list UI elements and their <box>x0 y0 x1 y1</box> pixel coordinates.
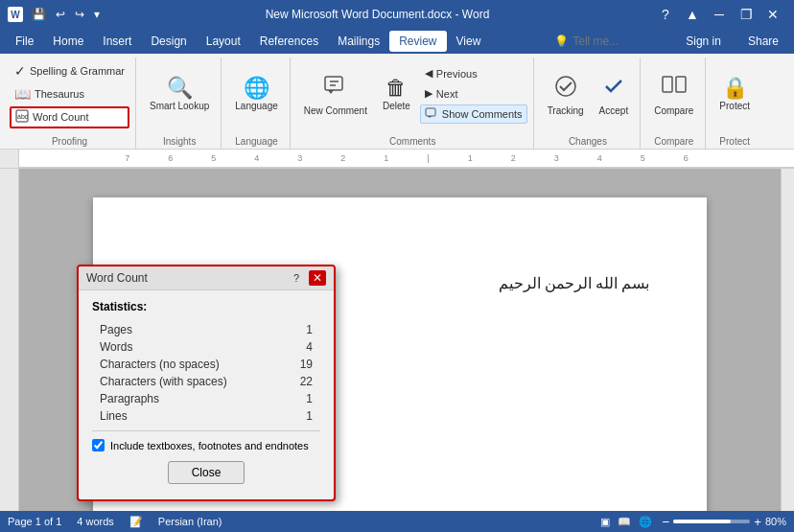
zoom-slider-fill <box>673 520 731 523</box>
ribbon-group-compare: Compare Compare <box>642 58 706 149</box>
restore-button[interactable]: ❐ <box>733 0 759 29</box>
words-value: 4 <box>306 340 313 354</box>
tell-me-input[interactable] <box>572 35 668 48</box>
compare-items: Compare <box>648 58 699 134</box>
comments-items: New Comment 🗑 Delete ◀ Previous ▶ Next <box>298 58 527 134</box>
chars-with-spaces-label: Characters (with spaces) <box>100 375 227 388</box>
vertical-ruler <box>0 169 19 511</box>
title-bar: W 💾 ↩ ↪ ▾ New Microsoft Word Document.do… <box>0 0 794 29</box>
spelling-grammar-button[interactable]: ✓ Spelling & Grammar <box>10 60 129 81</box>
zoom-slider[interactable] <box>673 520 750 523</box>
chars-no-spaces-value: 19 <box>300 358 313 371</box>
menu-insert[interactable]: Insert <box>93 31 141 52</box>
svg-marker-7 <box>428 116 432 118</box>
menu-review[interactable]: Review <box>389 31 446 52</box>
menu-references[interactable]: References <box>250 31 328 52</box>
proofing-buttons: ✓ Spelling & Grammar 📖 Thesaurus abc Wor… <box>10 60 129 128</box>
compare-button[interactable]: Compare <box>648 69 699 120</box>
save-button[interactable]: 💾 <box>29 6 49 23</box>
tracking-button[interactable]: Tracking <box>542 69 590 120</box>
dialog-title: Word Count <box>86 271 148 285</box>
read-mode-button[interactable]: 📖 <box>616 515 633 529</box>
customize-button[interactable]: ▾ <box>91 6 103 23</box>
print-layout-button[interactable]: ▣ <box>598 515 612 529</box>
dialog-controls: ? ✕ <box>288 270 326 286</box>
previous-comment-button[interactable]: ◀ Previous <box>420 64 527 82</box>
word-count-dialog: Word Count ? ✕ Statistics: Pages 1 Words… <box>77 265 336 501</box>
ribbon-group-protect: 🔒 Protect Protect <box>708 58 761 149</box>
words-label: Words <box>100 340 132 354</box>
zoom-level: 80% <box>765 516 786 527</box>
protect-button[interactable]: 🔒 Protect <box>713 74 756 115</box>
include-checkbox[interactable] <box>92 439 105 451</box>
ribbon-group-tracking: Tracking Accept Changes <box>536 58 642 149</box>
zoom-in-button[interactable]: + <box>754 515 761 529</box>
svg-point-8 <box>556 77 575 96</box>
menu-home[interactable]: Home <box>43 31 93 52</box>
paragraphs-label: Paragraphs <box>100 392 159 405</box>
stats-row-paragraphs: Paragraphs 1 <box>92 390 320 407</box>
menu-mailings[interactable]: Mailings <box>328 31 389 52</box>
tracking-items: Tracking Accept <box>542 58 635 134</box>
compare-label: Compare <box>648 134 699 149</box>
svg-rect-10 <box>676 77 686 92</box>
dialog-close-button[interactable]: ✕ <box>309 270 326 286</box>
delete-comment-button[interactable]: 🗑 Delete <box>377 74 416 115</box>
next-comment-button[interactable]: ▶ Next <box>420 84 527 103</box>
close-button[interactable]: ✕ <box>759 0 786 29</box>
include-checkbox-row: Include textboxes, footnotes and endnote… <box>92 430 320 457</box>
proofing-icon: 📝 <box>129 516 143 528</box>
next-icon: ▶ <box>425 87 432 100</box>
menu-view[interactable]: View <box>447 31 491 52</box>
smart-lookup-button[interactable]: 🔍 Smart Lookup <box>144 74 215 115</box>
help-button[interactable]: ? <box>652 0 679 29</box>
svg-text:abc: abc <box>17 113 29 120</box>
dialog-body: Statistics: Pages 1 Words 4 Characters (… <box>79 290 334 499</box>
language-label: Language <box>229 134 284 149</box>
share-button[interactable]: Share <box>738 31 788 52</box>
tell-me-bar[interactable]: 💡 <box>554 35 668 48</box>
stats-row-words: Words 4 <box>92 338 320 356</box>
vertical-scrollbar[interactable] <box>781 169 794 511</box>
svg-rect-6 <box>426 108 435 116</box>
menu-design[interactable]: Design <box>141 31 196 52</box>
language-button[interactable]: 🌐 Language <box>229 74 284 115</box>
proofing-items: ✓ Spelling & Grammar 📖 Thesaurus abc Wor… <box>10 58 129 134</box>
protect-label: Protect <box>713 134 756 149</box>
zoom-out-button[interactable]: − <box>662 515 669 529</box>
ribbon-group-insights: 🔍 Smart Lookup Insights <box>138 58 222 149</box>
status-right: ▣ 📖 🌐 − + 80% <box>598 515 786 529</box>
stats-row-pages: Pages 1 <box>92 321 320 338</box>
menu-layout[interactable]: Layout <box>197 31 250 52</box>
ruler-main: 7 6 5 4 3 2 1 | 1 2 3 4 5 6 <box>19 150 794 168</box>
word-count-dialog-overlay: Word Count ? ✕ Statistics: Pages 1 Words… <box>77 265 336 501</box>
new-comment-button[interactable]: New Comment <box>298 69 373 120</box>
menu-bar: File Home Insert Design Layout Reference… <box>0 29 794 54</box>
proofing-label: Proofing <box>10 134 129 149</box>
thesaurus-icon: 📖 <box>14 86 31 102</box>
menu-file[interactable]: File <box>6 31 43 52</box>
show-comments-button[interactable]: Show Comments <box>420 104 527 124</box>
word-icon: W <box>8 7 23 22</box>
undo-button[interactable]: ↩ <box>53 6 68 23</box>
thesaurus-button[interactable]: 📖 Thesaurus <box>10 83 129 104</box>
web-layout-button[interactable]: 🌐 <box>637 515 654 529</box>
horizontal-ruler: 7 6 5 4 3 2 1 | 1 2 3 4 5 6 <box>0 150 794 169</box>
paragraphs-value: 1 <box>306 392 313 405</box>
dialog-help-button[interactable]: ? <box>288 270 305 286</box>
lightbulb-icon: 💡 <box>554 35 569 48</box>
stats-table: Pages 1 Words 4 Characters (no spaces) 1… <box>92 321 320 425</box>
insights-label: Insights <box>144 134 215 149</box>
newcomment-icon <box>322 73 349 104</box>
ribbon-group-comments: New Comment 🗑 Delete ◀ Previous ▶ Next <box>292 58 534 149</box>
minimize-button[interactable]: ─ <box>706 0 733 29</box>
stats-title: Statistics: <box>92 300 320 313</box>
ribbon-toggle[interactable]: ▲ <box>679 0 706 29</box>
protect-items: 🔒 Protect <box>713 58 756 134</box>
accept-button[interactable]: Accept <box>594 69 635 120</box>
comments-label: Comments <box>298 134 527 149</box>
word-count-button[interactable]: abc Word Count <box>10 106 129 128</box>
redo-button[interactable]: ↪ <box>72 6 87 23</box>
close-dialog-button[interactable]: Close <box>168 461 245 484</box>
signin-button[interactable]: Sign in <box>676 31 731 52</box>
